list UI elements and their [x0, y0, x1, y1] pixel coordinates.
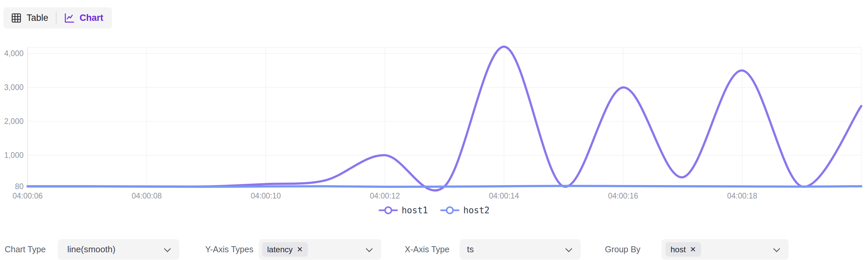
chevron-down-icon	[565, 245, 572, 252]
group-by-tag-text: host	[671, 245, 686, 254]
y-axis-tag-text: latency	[267, 245, 293, 254]
chart-type-value: line(smooth)	[67, 244, 115, 255]
legend-item-host2[interactable]: host2	[440, 205, 490, 215]
y-axis-tick-label: 4,000	[4, 49, 24, 58]
x-axis-type-select[interactable]: ts	[460, 239, 581, 260]
legend-item-host1[interactable]: host1	[378, 205, 428, 215]
x-axis-tick-label: 04:00:08	[131, 191, 162, 200]
chart-explorer-view: Table Chart 801,0002,0003,0004,00004:00:…	[0, 0, 868, 260]
group-by-tag: host ✕	[665, 242, 701, 257]
legend-marker-icon	[378, 205, 398, 215]
y-axis-tick-label: 2,000	[4, 117, 24, 126]
y-axis-types-label: Y-Axis Types	[205, 239, 253, 260]
legend-marker-icon	[440, 205, 460, 215]
chevron-down-icon	[366, 245, 373, 252]
x-axis-tick-label: 04:00:16	[608, 191, 638, 200]
y-axis-tick-label: 1,000	[4, 151, 24, 159]
remove-tag-icon[interactable]: ✕	[297, 246, 303, 253]
x-axis-tick-label: 04:00:06	[12, 191, 43, 200]
chevron-down-icon	[164, 245, 171, 252]
y-axis-tick-label: 80	[15, 182, 24, 191]
x-axis-tick-label: 04:00:18	[727, 191, 757, 200]
chart-type-label: Chart Type	[5, 239, 46, 260]
chart-legend: host1host2	[0, 205, 868, 215]
chevron-down-icon	[773, 245, 780, 252]
x-axis-tick-label: 04:00:14	[489, 191, 519, 200]
line-chart-canvas[interactable]: 801,0002,0003,0004,00004:00:0604:00:0804…	[0, 0, 868, 203]
remove-tag-icon[interactable]: ✕	[690, 246, 696, 253]
series-line-host2	[28, 186, 861, 187]
x-axis-tick-label: 04:00:10	[251, 191, 281, 200]
x-axis-type-label: X-Axis Type	[405, 239, 450, 260]
legend-label: host1	[402, 205, 428, 215]
y-axis-tick-label: 3,000	[4, 83, 24, 92]
x-axis-tick-label: 04:00:12	[370, 191, 400, 200]
y-axis-tag: latency ✕	[262, 242, 308, 257]
legend-label: host2	[463, 205, 490, 215]
series-line-host1	[28, 47, 861, 190]
group-by-label: Group By	[605, 239, 641, 260]
x-axis-type-value: ts	[467, 244, 474, 255]
chart-type-select[interactable]: line(smooth)	[58, 239, 179, 260]
group-by-select[interactable]: host ✕	[661, 239, 788, 260]
y-axis-types-select[interactable]: latency ✕	[259, 239, 381, 260]
